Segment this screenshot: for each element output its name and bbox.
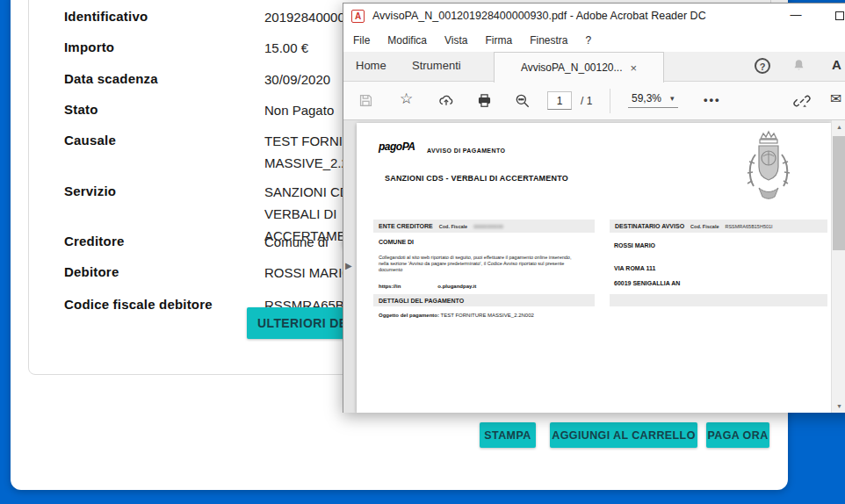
recipient-city: 60019 SENIGALLIA AN [614,280,680,286]
menu-bar: File Modifica Vista Firma Finestra ? [343,29,845,52]
recipient-cf-label: Cod. Fiscale [690,224,719,229]
share-link-icon[interactable] [793,92,811,110]
zoom-level-dropdown[interactable]: 59,3% ▾ [628,91,678,108]
row-label: Codice fiscale debitore [64,297,264,316]
acrobat-reader-window: A AvvisoPA_N_001201928400000930.pdf - Ad… [343,3,845,413]
payment-subject-label: Oggetto del pagamento: [379,313,439,318]
municipal-crest-image [741,130,796,214]
cloud-upload-icon[interactable] [437,92,455,109]
toolbar: ☆ 1 / 1 59,3% ▾ ••• ✉ [343,82,845,120]
creditor-cf-label: Cod. Fiscale [439,224,467,229]
creditor-visible-text: Comune di [264,234,329,249]
scrollbar-thumb[interactable] [833,136,845,250]
maximize-icon [835,11,844,20]
zoom-tool-icon[interactable] [514,92,531,110]
notifications-bell-icon[interactable] [791,58,806,76]
chevron-down-icon: ▾ [670,94,675,103]
recipient-section-label: DESTINATARIO AVVISO [615,223,684,229]
toolbar-divider [610,89,610,113]
row-label: Importo [64,40,264,59]
payment-details-band: DETTAGLI DEL PAGAMENTO [373,294,595,306]
page-count-label: / 1 [581,95,592,107]
tab-home[interactable]: Home [356,59,386,72]
creditor-cf-redacted: 00000000000 [473,224,503,229]
page-number-input[interactable]: 1 [547,91,572,110]
pagopa-logo: pagoPA [379,140,415,153]
tab-document-active[interactable]: AvvisoPA_N_00120... × [494,52,664,83]
menu-help[interactable]: ? [577,34,601,47]
favorites-star-icon[interactable]: ☆ [400,90,413,108]
window-titlebar[interactable]: A AvvisoPA_N_001201928400000930.pdf - Ad… [343,4,845,29]
close-tab-icon[interactable]: × [631,61,638,75]
more-tools-icon[interactable]: ••• [704,93,721,106]
payment-details-label: DETTAGLI DEL PAGAMENTO [379,298,464,304]
payment-url: https://ino.plugandpay.it [379,284,476,289]
payment-subject-line: Oggetto del pagamento: TEST FORNITURE MA… [379,313,534,318]
pay-now-button[interactable]: PAGA ORA [706,422,769,448]
recipient-address: VIA ROMA 111 [614,265,655,271]
sign-in-link[interactable]: A [832,57,841,72]
payment-url-suffix: o.plugandpay.it [437,284,476,289]
creditor-name: COMUNE DI [379,239,414,245]
menu-firma[interactable]: Firma [477,34,522,47]
save-icon[interactable] [358,92,374,109]
scroll-up-icon[interactable]: ▲ [832,124,845,130]
menu-vista[interactable]: Vista [436,34,476,47]
payment-subject-value: TEST FORNITURE MASSIVE_2.2N002 [441,313,534,318]
tab-strumenti[interactable]: Strumenti [412,59,461,72]
row-label: Stato [64,102,264,121]
vertical-scrollbar[interactable]: ▲ ▼ [831,120,845,413]
menu-modifica[interactable]: Modifica [379,34,436,47]
recipient-section-band: DESTINATARIO AVVISO Cod. Fiscale RSSMRA6… [610,220,827,233]
window-title: AvvisoPA_N_001201928400000930.pdf - Adob… [372,10,706,22]
print-icon[interactable] [476,92,493,109]
print-button[interactable]: STAMPA [480,422,536,448]
pdf-doc-title: SANZIONI CDS - VERBALI DI ACCERTAMENTO [385,174,568,183]
document-tab-label: AvvisoPA_N_00120... [521,61,623,74]
recipient-name: ROSSI MARIO [614,242,655,248]
minimize-button[interactable]: — [781,4,811,29]
document-area: ▶ pagoPA AVVISO DI PAGAMENTO SANZIONI CD… [343,120,845,413]
pdf-doc-type: AVVISO DI PAGAMENTO [427,148,505,154]
row-label: Creditore [64,234,264,253]
navigation-pane-toggle-icon[interactable]: ▶ [345,261,352,270]
menu-finestra[interactable]: Finestra [521,34,576,47]
row-label: Causale [64,133,264,174]
creditor-section-band: ENTE CREDITORE Cod. Fiscale 00000000000 [373,220,595,233]
maximize-button[interactable] [825,4,845,29]
row-label: Debitore [64,264,264,284]
row-label: Data scadenza [64,71,264,90]
menu-file[interactable]: File [344,34,379,47]
scroll-down-icon[interactable]: ▼ [832,403,845,409]
pdf-file-icon: A [351,10,365,23]
payment-instructions-text: Collegandoti al sito web riportato di se… [379,255,579,273]
help-icon[interactable]: ? [755,58,770,74]
zoom-level-value: 59,3% [632,92,661,104]
email-icon[interactable]: ✉ [830,90,841,107]
recipient-cf-value: RSSMRA65B15H501I [725,224,772,229]
row-label: Identificativo [64,9,264,28]
payment-details-band-right [610,294,827,306]
tab-bar: Home Strumenti AvvisoPA_N_00120... × ? A [343,52,845,82]
screen: Identificativo 201928400000930 Importo 1… [0,0,845,504]
creditor-section-label: ENTE CREDITORE [379,223,433,229]
add-to-cart-button[interactable]: AGGIUNGI AL CARRELLO [550,422,697,448]
payment-url-prefix: https://in [379,284,401,289]
pdf-page: pagoPA AVVISO DI PAGAMENTO SANZIONI CDS … [357,123,831,413]
